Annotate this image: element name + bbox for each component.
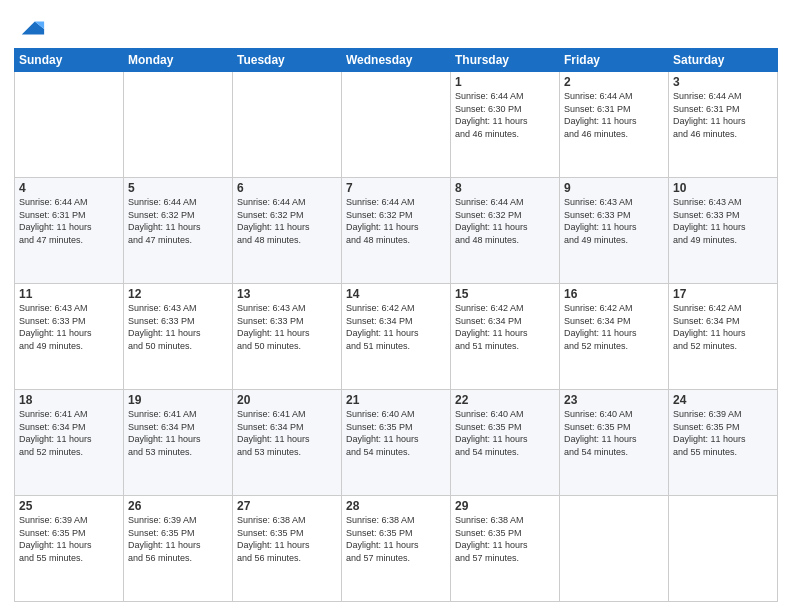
- logo: [14, 14, 46, 42]
- day-cell: 24Sunrise: 6:39 AM Sunset: 6:35 PM Dayli…: [669, 390, 778, 496]
- day-cell: 26Sunrise: 6:39 AM Sunset: 6:35 PM Dayli…: [124, 496, 233, 602]
- day-info: Sunrise: 6:42 AM Sunset: 6:34 PM Dayligh…: [673, 302, 773, 352]
- day-cell: 27Sunrise: 6:38 AM Sunset: 6:35 PM Dayli…: [233, 496, 342, 602]
- day-number: 8: [455, 181, 555, 195]
- day-number: 17: [673, 287, 773, 301]
- day-info: Sunrise: 6:44 AM Sunset: 6:32 PM Dayligh…: [128, 196, 228, 246]
- day-number: 13: [237, 287, 337, 301]
- day-number: 20: [237, 393, 337, 407]
- day-cell: 8Sunrise: 6:44 AM Sunset: 6:32 PM Daylig…: [451, 178, 560, 284]
- day-number: 25: [19, 499, 119, 513]
- day-cell: [669, 496, 778, 602]
- day-cell: 4Sunrise: 6:44 AM Sunset: 6:31 PM Daylig…: [15, 178, 124, 284]
- week-row-2: 4Sunrise: 6:44 AM Sunset: 6:31 PM Daylig…: [15, 178, 778, 284]
- weekday-header-wednesday: Wednesday: [342, 49, 451, 72]
- day-info: Sunrise: 6:43 AM Sunset: 6:33 PM Dayligh…: [673, 196, 773, 246]
- day-number: 2: [564, 75, 664, 89]
- weekday-header-friday: Friday: [560, 49, 669, 72]
- day-cell: 19Sunrise: 6:41 AM Sunset: 6:34 PM Dayli…: [124, 390, 233, 496]
- day-number: 12: [128, 287, 228, 301]
- day-cell: 16Sunrise: 6:42 AM Sunset: 6:34 PM Dayli…: [560, 284, 669, 390]
- day-number: 22: [455, 393, 555, 407]
- day-info: Sunrise: 6:44 AM Sunset: 6:30 PM Dayligh…: [455, 90, 555, 140]
- day-cell: [15, 72, 124, 178]
- day-number: 9: [564, 181, 664, 195]
- day-info: Sunrise: 6:43 AM Sunset: 6:33 PM Dayligh…: [564, 196, 664, 246]
- day-info: Sunrise: 6:38 AM Sunset: 6:35 PM Dayligh…: [346, 514, 446, 564]
- day-info: Sunrise: 6:43 AM Sunset: 6:33 PM Dayligh…: [19, 302, 119, 352]
- day-number: 5: [128, 181, 228, 195]
- day-info: Sunrise: 6:39 AM Sunset: 6:35 PM Dayligh…: [19, 514, 119, 564]
- day-number: 10: [673, 181, 773, 195]
- day-cell: 6Sunrise: 6:44 AM Sunset: 6:32 PM Daylig…: [233, 178, 342, 284]
- day-cell: 5Sunrise: 6:44 AM Sunset: 6:32 PM Daylig…: [124, 178, 233, 284]
- day-number: 19: [128, 393, 228, 407]
- weekday-header-thursday: Thursday: [451, 49, 560, 72]
- day-number: 27: [237, 499, 337, 513]
- day-cell: [560, 496, 669, 602]
- day-info: Sunrise: 6:41 AM Sunset: 6:34 PM Dayligh…: [128, 408, 228, 458]
- day-info: Sunrise: 6:44 AM Sunset: 6:31 PM Dayligh…: [564, 90, 664, 140]
- week-row-5: 25Sunrise: 6:39 AM Sunset: 6:35 PM Dayli…: [15, 496, 778, 602]
- day-info: Sunrise: 6:41 AM Sunset: 6:34 PM Dayligh…: [19, 408, 119, 458]
- day-info: Sunrise: 6:40 AM Sunset: 6:35 PM Dayligh…: [455, 408, 555, 458]
- day-cell: 17Sunrise: 6:42 AM Sunset: 6:34 PM Dayli…: [669, 284, 778, 390]
- day-number: 15: [455, 287, 555, 301]
- week-row-3: 11Sunrise: 6:43 AM Sunset: 6:33 PM Dayli…: [15, 284, 778, 390]
- day-cell: 13Sunrise: 6:43 AM Sunset: 6:33 PM Dayli…: [233, 284, 342, 390]
- day-info: Sunrise: 6:43 AM Sunset: 6:33 PM Dayligh…: [128, 302, 228, 352]
- header: [14, 10, 778, 42]
- week-row-4: 18Sunrise: 6:41 AM Sunset: 6:34 PM Dayli…: [15, 390, 778, 496]
- day-cell: 28Sunrise: 6:38 AM Sunset: 6:35 PM Dayli…: [342, 496, 451, 602]
- day-cell: 15Sunrise: 6:42 AM Sunset: 6:34 PM Dayli…: [451, 284, 560, 390]
- day-info: Sunrise: 6:44 AM Sunset: 6:32 PM Dayligh…: [455, 196, 555, 246]
- day-cell: 18Sunrise: 6:41 AM Sunset: 6:34 PM Dayli…: [15, 390, 124, 496]
- day-cell: 25Sunrise: 6:39 AM Sunset: 6:35 PM Dayli…: [15, 496, 124, 602]
- day-number: 29: [455, 499, 555, 513]
- day-cell: 20Sunrise: 6:41 AM Sunset: 6:34 PM Dayli…: [233, 390, 342, 496]
- day-cell: 3Sunrise: 6:44 AM Sunset: 6:31 PM Daylig…: [669, 72, 778, 178]
- day-cell: 29Sunrise: 6:38 AM Sunset: 6:35 PM Dayli…: [451, 496, 560, 602]
- day-info: Sunrise: 6:42 AM Sunset: 6:34 PM Dayligh…: [346, 302, 446, 352]
- day-info: Sunrise: 6:40 AM Sunset: 6:35 PM Dayligh…: [346, 408, 446, 458]
- calendar-table: SundayMondayTuesdayWednesdayThursdayFrid…: [14, 48, 778, 602]
- day-number: 1: [455, 75, 555, 89]
- day-info: Sunrise: 6:39 AM Sunset: 6:35 PM Dayligh…: [128, 514, 228, 564]
- day-number: 7: [346, 181, 446, 195]
- day-cell: 10Sunrise: 6:43 AM Sunset: 6:33 PM Dayli…: [669, 178, 778, 284]
- day-number: 24: [673, 393, 773, 407]
- day-info: Sunrise: 6:44 AM Sunset: 6:31 PM Dayligh…: [673, 90, 773, 140]
- day-cell: [233, 72, 342, 178]
- day-info: Sunrise: 6:39 AM Sunset: 6:35 PM Dayligh…: [673, 408, 773, 458]
- day-cell: 7Sunrise: 6:44 AM Sunset: 6:32 PM Daylig…: [342, 178, 451, 284]
- logo-icon: [18, 14, 46, 42]
- day-cell: 2Sunrise: 6:44 AM Sunset: 6:31 PM Daylig…: [560, 72, 669, 178]
- weekday-header-monday: Monday: [124, 49, 233, 72]
- weekday-header-saturday: Saturday: [669, 49, 778, 72]
- weekday-header-tuesday: Tuesday: [233, 49, 342, 72]
- day-number: 16: [564, 287, 664, 301]
- day-number: 28: [346, 499, 446, 513]
- weekday-header-sunday: Sunday: [15, 49, 124, 72]
- page: SundayMondayTuesdayWednesdayThursdayFrid…: [0, 0, 792, 612]
- day-number: 26: [128, 499, 228, 513]
- day-info: Sunrise: 6:38 AM Sunset: 6:35 PM Dayligh…: [455, 514, 555, 564]
- day-cell: 14Sunrise: 6:42 AM Sunset: 6:34 PM Dayli…: [342, 284, 451, 390]
- day-number: 11: [19, 287, 119, 301]
- day-cell: 11Sunrise: 6:43 AM Sunset: 6:33 PM Dayli…: [15, 284, 124, 390]
- day-cell: 22Sunrise: 6:40 AM Sunset: 6:35 PM Dayli…: [451, 390, 560, 496]
- day-number: 3: [673, 75, 773, 89]
- day-number: 18: [19, 393, 119, 407]
- day-info: Sunrise: 6:43 AM Sunset: 6:33 PM Dayligh…: [237, 302, 337, 352]
- day-number: 21: [346, 393, 446, 407]
- day-info: Sunrise: 6:44 AM Sunset: 6:31 PM Dayligh…: [19, 196, 119, 246]
- day-cell: 12Sunrise: 6:43 AM Sunset: 6:33 PM Dayli…: [124, 284, 233, 390]
- day-number: 23: [564, 393, 664, 407]
- day-info: Sunrise: 6:42 AM Sunset: 6:34 PM Dayligh…: [455, 302, 555, 352]
- day-info: Sunrise: 6:41 AM Sunset: 6:34 PM Dayligh…: [237, 408, 337, 458]
- day-cell: [342, 72, 451, 178]
- day-number: 14: [346, 287, 446, 301]
- day-info: Sunrise: 6:44 AM Sunset: 6:32 PM Dayligh…: [346, 196, 446, 246]
- weekday-header-row: SundayMondayTuesdayWednesdayThursdayFrid…: [15, 49, 778, 72]
- day-cell: [124, 72, 233, 178]
